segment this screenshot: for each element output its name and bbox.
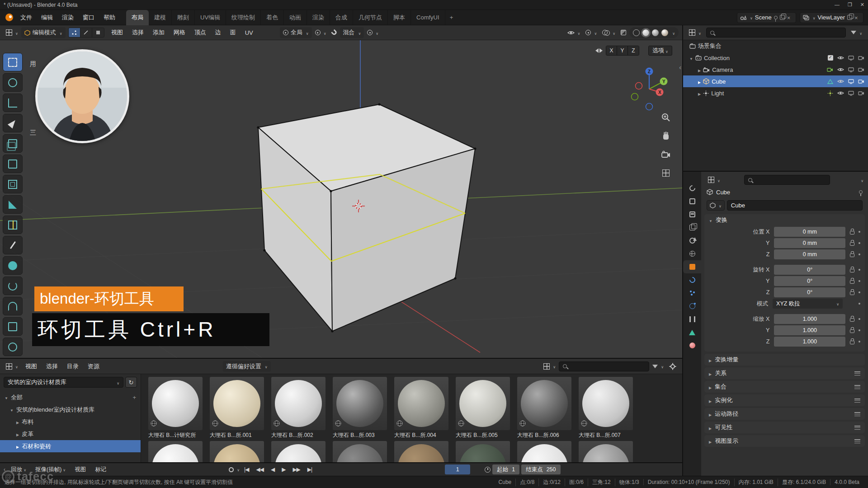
asset-item[interactable]: 大理石 B...所.002 [271,377,333,439]
workspace-tab-comfyui[interactable]: ComfyUI [411,10,445,25]
sidebar-toggle-arrow[interactable]: ‹ [679,64,681,71]
lock-icon[interactable] [850,318,854,322]
asset-menu-select[interactable]: 选择 [42,362,62,371]
expander-icon[interactable] [698,90,701,97]
properties-tab-output[interactable] [683,208,701,221]
lock-icon[interactable] [850,253,854,257]
workspace-tab-sculpting[interactable]: 雕刻 [172,10,195,25]
overlays-dropdown[interactable] [600,27,618,38]
workspace-tab-shading[interactable]: 着色 [261,10,284,25]
animate-dot[interactable] [859,253,860,255]
gizmo-y-negative[interactable] [632,94,638,100]
menu-render[interactable]: 渲染 [57,12,78,23]
snap-with-dropdown[interactable]: 混合 [340,27,364,38]
section-motion-paths[interactable]: 运动路径 [704,408,865,420]
viewport-menu-uv[interactable]: UV [241,29,257,36]
asset-item[interactable] [394,441,456,462]
asset-item[interactable] [579,441,640,462]
editor-type-button[interactable] [4,27,20,38]
workspace-tab-compositing[interactable]: 合成 [330,10,353,25]
view-layer-selector[interactable]: ViewLayer [800,12,863,23]
3d-viewport[interactable]: Z Y X 用 三 [0,40,682,358]
camera-visibility-icon[interactable] [858,91,864,95]
asset-item[interactable]: 大理石 B...所.005 [456,377,517,439]
asset-item[interactable] [517,441,579,462]
asset-item[interactable]: 大理石 B...所.006 [517,377,579,439]
frame-start-field[interactable]: 起始 1 [492,465,519,474]
section-instancing[interactable]: 实例化 [704,394,865,406]
expander-icon[interactable] [16,443,19,450]
asset-item[interactable] [210,441,271,462]
asset-item[interactable] [456,441,517,462]
jump-to-end-button[interactable]: ▶| [305,466,315,473]
mode-dropdown[interactable]: 编辑模式 [21,27,66,38]
current-frame-field[interactable]: 1 [445,465,470,474]
asset-item[interactable] [148,441,210,462]
outliner-row-light[interactable]: Light [683,87,868,99]
section-collections[interactable]: 集合 [704,381,865,393]
asset-library-dropdown[interactable]: 安筑的室内设计材质库 [4,377,123,388]
object-type-dropdown[interactable] [707,200,725,211]
solid-shading-button[interactable] [642,29,649,36]
material-shading-button[interactable] [652,29,659,36]
outliner-search-input[interactable] [706,28,846,38]
visibility-dropdown[interactable] [565,27,583,38]
scale-z-field[interactable]: 1.000 [774,337,845,347]
transform-panel-header[interactable]: 变换 [704,214,865,226]
properties-tab-tool[interactable] [683,182,701,195]
cursor-tool[interactable] [3,73,23,92]
lock-icon[interactable] [850,269,854,272]
close-button[interactable] [860,2,864,8]
properties-tab-world[interactable] [683,247,701,260]
animate-dot[interactable] [859,242,860,244]
loop-cut-tool[interactable] [3,216,23,234]
unlink-scene-icon[interactable] [787,14,793,20]
viewport-menu-vertex[interactable]: 顶点 [190,28,210,37]
menu-help[interactable]: 帮助 [99,12,120,23]
face-select-button[interactable] [92,28,104,37]
section-visibility[interactable]: 可见性 [704,422,865,433]
eye-icon[interactable] [837,67,844,72]
workspace-tab-texture-paint[interactable]: 纹理绘制 [226,10,261,25]
outliner-filter-dropdown[interactable] [849,27,864,38]
eye-icon[interactable] [837,56,844,60]
eye-icon[interactable] [837,79,844,84]
bevel-tool[interactable] [3,195,23,214]
workspace-tab-uv[interactable]: UV编辑 [195,10,226,25]
next-keyframe-button[interactable]: ▶▶ [290,466,302,473]
animate-dot[interactable] [859,318,860,320]
rotation-z-field[interactable]: 0° [774,287,845,297]
asset-search-input[interactable] [559,361,649,371]
properties-tab-particles[interactable] [683,286,701,300]
viewport-menu-edge[interactable]: 边 [211,28,225,37]
play-reverse-button[interactable]: ◀ [268,466,277,473]
outliner-row-collection[interactable]: Collection [683,52,868,64]
expander-icon[interactable] [10,406,14,413]
pin-icon[interactable] [774,16,778,19]
scale-y-field[interactable]: 1.000 [774,325,845,335]
snap-toggle[interactable] [330,27,339,38]
add-cube-tool[interactable] [3,134,23,153]
jump-to-start-button[interactable]: |◀ [241,466,251,473]
transform-orientation-dropdown[interactable]: 全局 [280,27,312,38]
asset-item[interactable] [333,441,394,462]
camera-visibility-icon[interactable] [858,79,864,84]
inset-faces-tool[interactable] [3,175,23,193]
properties-tab-object[interactable] [683,260,701,273]
blender-logo-icon[interactable] [5,14,13,21]
proportional-editing-toggle[interactable] [365,27,381,38]
animate-dot[interactable] [859,303,860,305]
properties-search-input[interactable] [744,175,830,185]
menu-edit[interactable]: 编辑 [37,12,57,23]
mirror-y-toggle[interactable]: Y [617,46,628,55]
catalog-leather[interactable]: 皮革 [0,428,141,440]
animate-dot[interactable] [859,231,860,233]
gizmos-dropdown[interactable] [583,27,599,38]
camera-visibility-icon[interactable] [858,56,864,60]
lock-icon[interactable] [850,242,854,246]
asset-filter-dropdown[interactable] [650,361,666,372]
edge-select-button[interactable] [80,28,92,37]
expander-icon[interactable] [5,394,8,401]
lock-icon[interactable] [850,341,854,344]
expander-icon[interactable] [16,418,19,425]
